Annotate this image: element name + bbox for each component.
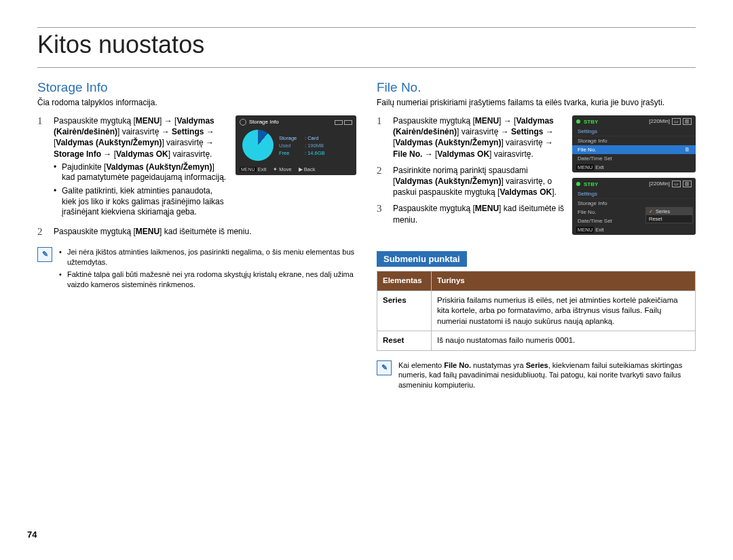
storage-note-a: Jei nėra įkištos atminties laikmenos, jo…	[59, 247, 356, 267]
fileno-lead: Failų numeriai priskiriami įrašytiems fa…	[377, 98, 696, 107]
storage-sub-b: Galite patikrinti, kiek atminties panaud…	[54, 186, 229, 218]
fig1-stby: STBY	[584, 119, 598, 125]
fileno-step2: Pasirinkite norimą parinktį spausdami [V…	[393, 165, 565, 198]
fileno-figure-2: STBY [220Min] ▭ ▥ Settings Storage Info …	[572, 178, 696, 235]
fig-storage-value: : Card	[305, 135, 318, 141]
fig1-exit-label: Exit	[595, 164, 604, 170]
cell-series-desc: Priskiria failams numerius iš eilės, net…	[432, 291, 696, 331]
card-icon: ▭	[672, 181, 681, 187]
fig-title: Storage Info	[249, 119, 279, 126]
table-row: Reset Iš naujo nustatomas failo numeris …	[377, 331, 696, 351]
stby-dot-icon	[576, 119, 580, 124]
doc-icon: 🗎	[685, 147, 690, 153]
note-icon: ✎	[37, 247, 52, 262]
fileno-note: ✎ Kai elemento File No. nustatymas yra S…	[377, 360, 696, 391]
battery-icon	[335, 120, 352, 125]
right-column: File No. Failų numeriai priskiriami įraš…	[377, 80, 696, 390]
note-icon: ✎	[377, 360, 392, 375]
battery-icon: ▥	[683, 181, 692, 187]
fig1-row-fileno: File No.🗎	[572, 145, 696, 154]
fig2-time: [220Min]	[649, 181, 670, 187]
section-heading-storage: Storage Info	[37, 80, 356, 95]
storage-info-figure: Storage Info Storage: Card Used: 190MB F…	[236, 115, 356, 175]
storage-lead: Čia rodoma talpyklos informacija.	[37, 98, 356, 107]
fileno-step3: Paspauskite mygtuką [MENU] kad išeitumėt…	[393, 203, 565, 225]
fig-back-label: Back	[304, 166, 316, 172]
fig1-menu-tag: MENU	[576, 164, 594, 170]
page-title: Kitos nuostatos	[37, 27, 696, 68]
fig-free-value: : 14.6GB	[305, 150, 325, 156]
fig-exit-label: Exit	[258, 166, 267, 172]
fileno-note-text: Kai elemento File No. nustatymas yra Ser…	[398, 360, 696, 391]
stby-dot-icon	[576, 182, 580, 186]
popup-reset: Reset	[646, 215, 692, 223]
fig-menu-tag: MENU	[240, 167, 257, 172]
gear-icon	[240, 119, 246, 126]
storage-sub-a: Pajudinkite [Valdymas (Aukštyn/Žemyn)] k…	[54, 162, 229, 183]
fig-used-value: : 190MB	[305, 143, 324, 149]
storage-step1: Paspauskite mygtuką [MENU] → [Valdymas (…	[54, 116, 214, 159]
fig-move-label: Move	[279, 166, 291, 172]
table-row: Series Priskiria failams numerius iš eil…	[377, 291, 696, 331]
fig-storage-label: Storage	[279, 135, 302, 141]
card-icon: ▭	[672, 118, 681, 125]
pie-chart-icon	[242, 130, 274, 161]
storage-note: ✎ Jei nėra įkištos atminties laikmenos, …	[37, 247, 356, 293]
fig1-row-storage: Storage Info	[572, 136, 696, 145]
fig2-header-row: Settings	[572, 189, 696, 199]
storage-steps: Paspauskite mygtuką [MENU] → [Valdymas (…	[37, 115, 356, 238]
cell-reset-name: Reset	[377, 331, 432, 351]
th-element: Elementas	[377, 272, 432, 291]
popup-series: Series	[646, 208, 692, 215]
fig1-row-datetime: Date/Time Set	[572, 154, 696, 163]
cell-series-name: Series	[377, 291, 432, 331]
th-content: Turinys	[432, 272, 696, 291]
fig1-time: [220Min]	[649, 118, 670, 125]
storage-note-b: Faktinė talpa gali būti mažesnė nei yra …	[59, 269, 356, 290]
fileno-step1: Paspauskite mygtuką [MENU] → [Valdymas (…	[393, 115, 565, 160]
submenu-heading: Submeniu punktai	[377, 251, 467, 267]
fig2-row-fileno: File No. 🗎 Series Reset	[572, 208, 696, 217]
fig1-header-row: Settings	[572, 127, 696, 136]
cell-reset-desc: Iš naujo nustatomas failo numeris 0001.	[432, 331, 696, 351]
fileno-figure-1: STBY [220Min] ▭ ▥ Settings Storage Info …	[572, 115, 696, 172]
fig2-menu-tag: MENU	[576, 227, 594, 233]
fileno-popup: Series Reset	[645, 207, 693, 223]
fig2-stby: STBY	[584, 181, 598, 187]
fig-free-label: Free	[279, 150, 302, 156]
fig-used-label: Used	[279, 143, 302, 149]
page-number: 74	[27, 529, 37, 540]
section-heading-fileno: File No.	[377, 80, 696, 95]
fig2-exit-label: Exit	[595, 227, 604, 233]
submenu-table: Elementas Turinys Series Priskiria faila…	[377, 271, 696, 351]
battery-icon: ▥	[683, 118, 692, 125]
left-column: Storage Info Čia rodoma talpyklos inform…	[37, 80, 356, 390]
storage-step2: Paspauskite mygtuką [MENU] kad išeitumėt…	[54, 226, 356, 238]
